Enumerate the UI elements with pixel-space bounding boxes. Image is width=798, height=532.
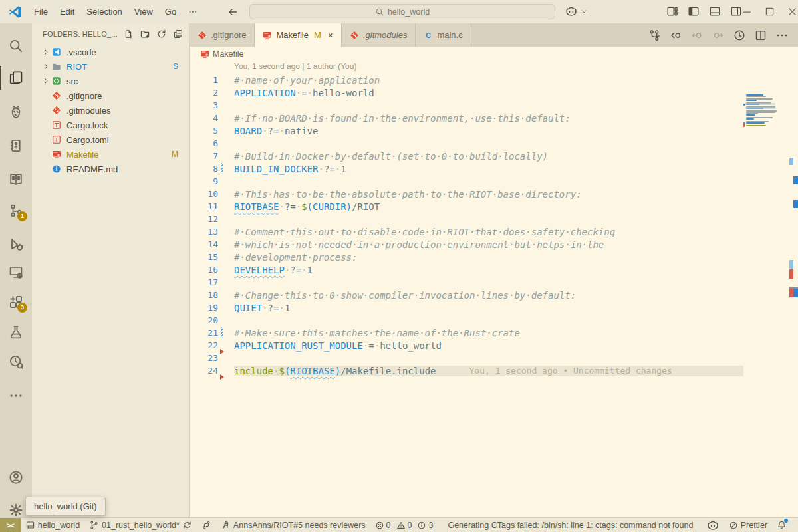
code-line-16[interactable]: 16DEVELHELP·?=·1 <box>190 263 798 276</box>
problems-status[interactable]: 003 <box>370 518 442 532</box>
status-notifications[interactable] <box>772 518 791 532</box>
code-line-20[interactable]: 20 <box>190 314 798 327</box>
tab-label: .gitignore <box>211 30 246 40</box>
copilot-menu[interactable] <box>564 4 588 19</box>
activity-explorer[interactable] <box>0 65 32 91</box>
previous-change-icon[interactable] <box>669 29 682 42</box>
timeline-icon[interactable] <box>733 29 746 42</box>
code-line-1[interactable]: 1#·name·of·your·application <box>190 74 798 86</box>
activity-accounts[interactable] <box>0 464 32 491</box>
refresh-icon[interactable] <box>156 29 167 39</box>
code-line-10[interactable]: 10#·This·has·to·be·the·absolute·path·to·… <box>190 188 798 200</box>
code-line-2[interactable]: 2APPLICATION·=·hello-world <box>190 86 798 99</box>
status-git-branch[interactable]: 01_rust_hello_world* <box>84 518 197 532</box>
activity-docs-extension[interactable] <box>0 166 32 192</box>
tree-item-readme-md[interactable]: README.md <box>32 162 189 176</box>
code-line-22[interactable]: 22APPLICATION_RUST_MODULE·=·hello_world <box>190 339 798 352</box>
code-line-12[interactable]: 12 <box>190 213 798 225</box>
breadcrumb[interactable]: Makefile <box>190 47 798 61</box>
code-editor[interactable]: You, 1 second ago | 1 author (You) 1#·na… <box>190 61 798 517</box>
menu-item-[interactable]: ⋯ <box>182 4 203 19</box>
maximize-icon[interactable] <box>762 4 777 19</box>
menu-item-go[interactable]: Go <box>159 4 182 19</box>
menu-item-view[interactable]: View <box>128 4 159 19</box>
status-compare-refs[interactable] <box>197 518 216 532</box>
back-arrow-icon[interactable] <box>225 5 240 19</box>
activity-remote-explorer[interactable] <box>0 259 32 285</box>
menu-item-file[interactable]: File <box>28 4 54 19</box>
code-line-14[interactable]: 14#·which·is·not·needed·in·a·production·… <box>190 238 798 251</box>
activity-extensions[interactable]: 3 <box>0 289 32 315</box>
status-prettier[interactable]: Prettier <box>724 518 772 532</box>
tree-item-src[interactable]: src <box>32 74 189 88</box>
new-folder-icon[interactable] <box>140 29 150 39</box>
code-line-6[interactable]: 6 <box>190 137 798 150</box>
sync-icon[interactable] <box>182 520 192 530</box>
activity-run-debug[interactable] <box>0 231 32 257</box>
line-number: 14 <box>190 239 218 249</box>
minimap[interactable] <box>743 94 778 129</box>
warning-count: 0 <box>408 521 412 530</box>
activity-clipboard-extension[interactable] <box>0 132 32 159</box>
tab-makefile[interactable]: MakefileM× <box>255 23 341 47</box>
code-line-9[interactable]: 9 <box>190 175 798 188</box>
explorer-sidebar: FOLDERS: HELLO_... .vscodeRIOTSsrc.gitig… <box>32 23 190 517</box>
code-line-18[interactable]: 18#·Change·this·to·0·show·compiler·invoc… <box>190 289 798 301</box>
menu-item-selection[interactable]: Selection <box>80 4 128 19</box>
activity-testing[interactable] <box>0 319 32 345</box>
toggle-panel-icon[interactable] <box>708 4 722 19</box>
activity-search[interactable] <box>0 33 32 59</box>
tab--gitignore[interactable]: .gitignore <box>190 23 255 47</box>
code-line-15[interactable]: 15#·development·process: <box>190 251 798 263</box>
code-line-17[interactable]: 17 <box>190 276 798 289</box>
more-actions-icon[interactable] <box>775 29 789 42</box>
line-number: 19 <box>190 303 218 313</box>
activity-source-control[interactable]: 1 <box>0 198 32 224</box>
status-pull-request[interactable]: AnnsAnns/RIOT#5 needs reviewers <box>216 518 370 532</box>
code-token: (CURDIR) <box>307 201 352 212</box>
status-workspace[interactable]: hello_world <box>21 518 84 532</box>
activity-more-views[interactable] <box>0 382 32 409</box>
git-graph-icon[interactable] <box>648 29 661 42</box>
collapse-all-icon[interactable] <box>173 29 184 39</box>
tree-item-cargo-toml[interactable]: Cargo.toml <box>32 132 189 147</box>
tree-item--gitignore[interactable]: .gitignore <box>32 88 189 103</box>
new-file-icon[interactable] <box>123 29 134 39</box>
code-line-4[interactable]: 4#·If·no·BOARD·is·found·in·the·environme… <box>190 112 798 124</box>
code-line-7[interactable]: 7#·Build·in·Docker·by·default·(set·to·0·… <box>190 150 798 162</box>
activity-berry-extension[interactable] <box>0 99 32 126</box>
split-editor-icon[interactable] <box>754 29 767 42</box>
tree-item-label: Cargo.toml <box>66 135 109 145</box>
customize-layout-icon[interactable] <box>665 4 680 19</box>
code-line-3[interactable]: 3 <box>190 99 798 112</box>
close-icon[interactable] <box>785 4 798 19</box>
code-line-11[interactable]: 11RIOTBASE·?=·$(CURDIR)/RIOT <box>190 200 798 213</box>
line-number: 24 <box>190 366 218 376</box>
ctags-message[interactable]: Generating CTags failed: /bin/sh: line 1… <box>441 521 700 530</box>
code-line-23[interactable]: 23 <box>190 352 798 364</box>
tab-close-icon[interactable]: × <box>328 30 333 41</box>
code-line-24[interactable]: 24include·$(RIOTBASE)/Makefile.includeYo… <box>190 364 798 377</box>
code-line-8[interactable]: 8BUILD_IN_DOCKER·?=·1 <box>190 162 798 175</box>
code-line-13[interactable]: 13#·Comment·this·out·to·disable·code·in·… <box>190 225 798 238</box>
activity-gitlens-inspect[interactable] <box>0 348 32 375</box>
tab--gitmodules[interactable]: .gitmodules <box>342 23 416 47</box>
minimize-icon[interactable] <box>739 4 754 19</box>
code-line-5[interactable]: 5BOARD·?=·native <box>190 124 798 137</box>
code-line-19[interactable]: 19QUIET·?=·1 <box>190 301 798 314</box>
tree-item--gitmodules[interactable]: .gitmodules <box>32 103 189 118</box>
tree-item-makefile[interactable]: MakefileM <box>32 147 189 162</box>
status-copilot-status[interactable] <box>702 518 724 532</box>
tree-item-cargo-lock[interactable]: Cargo.lock <box>32 118 189 132</box>
remote-indicator[interactable]: >< <box>0 518 21 532</box>
toggle-sidebar-icon[interactable] <box>686 4 701 19</box>
sidebar-title: FOLDERS: HELLO_... <box>43 30 118 38</box>
tree-item--vscode[interactable]: .vscode <box>32 45 189 59</box>
menu-item-edit[interactable]: Edit <box>54 4 80 19</box>
command-center-search[interactable]: hello_world <box>249 4 555 19</box>
code-line-21[interactable]: 21#·Make·sure·this·matches·the·name·of·t… <box>190 327 798 339</box>
tree-item-riot[interactable]: RIOTS <box>32 59 189 74</box>
workbench: 13 FOLDERS: HELLO_... .vscodeRIOTSsrc.gi… <box>0 23 798 517</box>
tab-main-c[interactable]: Cmain.c <box>416 23 471 47</box>
code-token: ( <box>285 366 290 376</box>
